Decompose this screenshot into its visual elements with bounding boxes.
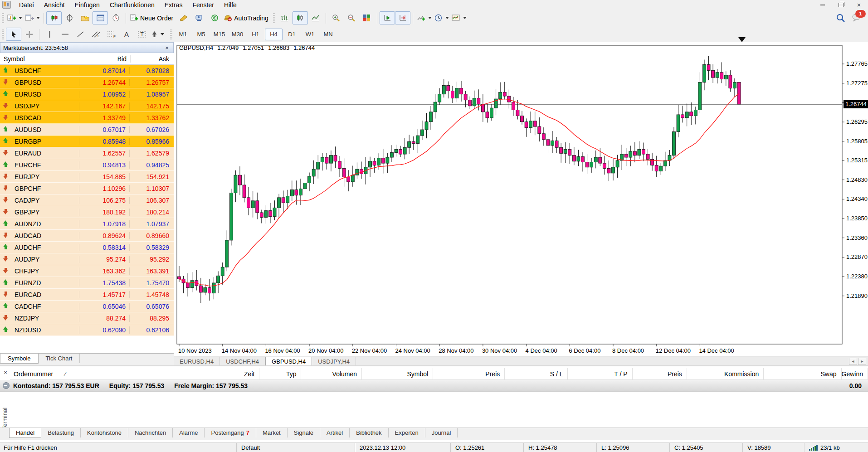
terminal-tab-handel[interactable]: Handel: [9, 428, 41, 438]
strategy-tester-toggle[interactable]: [108, 11, 123, 24]
terminal-toggle[interactable]: [93, 11, 108, 24]
terminal-column-ordernummer[interactable]: Ordernummer∕: [10, 368, 202, 379]
toolbar-grip[interactable]: [2, 13, 4, 23]
indicators-button[interactable]: [415, 11, 433, 24]
templates-button[interactable]: [450, 11, 468, 24]
timeframe-h4[interactable]: H4: [265, 29, 283, 40]
market-watch-row[interactable]: EURCAD1.457171.45748: [0, 289, 174, 301]
terminal-close-icon[interactable]: ×: [2, 369, 9, 376]
new-chart-button[interactable]: [6, 11, 24, 24]
market-watch-tab-symbole[interactable]: Symbole: [0, 354, 39, 364]
menu-datei[interactable]: Datei: [14, 0, 39, 10]
terminal-column-gewinn[interactable]: Gewinn: [842, 368, 868, 379]
market-watch-row[interactable]: EURAUD1.625571.62579: [0, 147, 174, 159]
market-watch-row[interactable]: CADCHF0.650460.65076: [0, 301, 174, 312]
market-watch-row[interactable]: USDJPY142.167142.175: [0, 100, 174, 112]
market-watch-row[interactable]: EURUSD1.089521.08957: [0, 88, 174, 100]
menu-chartfunktionen[interactable]: Chartfunktionen: [105, 0, 160, 10]
timeframe-m5[interactable]: M5: [192, 29, 210, 40]
column-symbol[interactable]: Symbol: [0, 55, 80, 63]
zoom-out-button[interactable]: [344, 11, 359, 24]
timeframe-h1[interactable]: H1: [247, 29, 264, 40]
trendline-tool-button[interactable]: [73, 28, 88, 41]
text-label-tool-button[interactable]: T: [134, 28, 150, 41]
timeframe-m1[interactable]: M1: [174, 29, 192, 40]
terminal-tab-experten[interactable]: Experten: [389, 428, 425, 437]
restore-button[interactable]: [832, 0, 850, 10]
timeframe-d1[interactable]: D1: [283, 29, 301, 40]
timeframe-m30[interactable]: M30: [229, 29, 246, 40]
chart-tab-eurusdh4[interactable]: EURUSD,H4: [174, 357, 220, 366]
horizontal-line-tool-button[interactable]: [57, 28, 73, 41]
market-watch-row[interactable]: AUDJPY95.27495.292: [0, 253, 174, 265]
terminal-tab-signale[interactable]: Signale: [288, 428, 320, 437]
market-watch-row[interactable]: EURJPY154.885154.921: [0, 171, 174, 183]
terminal-tab-posteingang[interactable]: Posteingang7: [205, 428, 256, 437]
toolbar-grip[interactable]: [170, 29, 172, 39]
line-chart-button[interactable]: [308, 11, 323, 24]
chart-object-arrow-down-icon[interactable]: [738, 37, 746, 42]
menu-ansicht[interactable]: Ansicht: [39, 0, 70, 10]
tile-windows-button[interactable]: [359, 11, 375, 24]
menu-fenster[interactable]: Fenster: [187, 0, 219, 10]
terminal-column-preis[interactable]: Preis: [633, 368, 687, 379]
market-watch-row[interactable]: CADJPY106.275106.307: [0, 194, 174, 206]
cursor-tool-button[interactable]: [6, 28, 21, 41]
terminal-column-tp[interactable]: T / P: [568, 368, 632, 379]
navigator-toggle[interactable]: [77, 11, 93, 24]
menu-hilfe[interactable]: Hilfe: [219, 0, 242, 10]
news-broadcast-button[interactable]: [207, 11, 222, 24]
terminal-tab-artikel[interactable]: Artikel: [320, 428, 350, 437]
column-ask[interactable]: Ask: [131, 55, 174, 63]
chart-window[interactable]: 1.277651.272751.267851.262951.258051.253…: [174, 42, 868, 356]
market-watch-row[interactable]: NZDUSD0.620900.62106: [0, 324, 174, 336]
terminal-tab-nachrichten[interactable]: Nachrichten: [128, 428, 173, 437]
arrows-tool-button[interactable]: [150, 28, 166, 41]
timeframe-w1[interactable]: W1: [301, 29, 319, 40]
terminal-tab-belastung[interactable]: Belastung: [41, 428, 81, 437]
chart-tab-usdchfh4[interactable]: USDCHF,H4: [220, 357, 265, 366]
market-watch-row[interactable]: GBPCHF1.102961.10307: [0, 183, 174, 194]
market-watch-row[interactable]: AUDCHF0.583140.58329: [0, 242, 174, 253]
toolbar-grip[interactable]: [273, 13, 275, 23]
fibonacci-tool-button[interactable]: F: [103, 28, 119, 41]
terminal-tab-alarme[interactable]: Alarme: [173, 428, 205, 437]
minimize-button[interactable]: [814, 0, 832, 10]
market-watch-row[interactable]: EURCHF0.948130.94825: [0, 159, 174, 171]
market-watch-row[interactable]: CHFJPY163.362163.391: [0, 265, 174, 277]
periods-button[interactable]: [433, 11, 450, 24]
vertical-line-tool-button[interactable]: [42, 28, 57, 41]
text-tool-button[interactable]: A: [119, 28, 134, 41]
market-watch-row[interactable]: NZDJPY88.27488.295: [0, 312, 174, 324]
terminal-tab-journal[interactable]: Journal: [425, 428, 458, 437]
terminal-tab-bibliothek[interactable]: Bibliothek: [350, 428, 388, 437]
notifications-button[interactable]: 1: [852, 13, 862, 23]
data-window-toggle[interactable]: [62, 11, 77, 24]
market-watch-row[interactable]: EURGBP0.859480.85966: [0, 136, 174, 147]
market-watch-row[interactable]: USDCHF0.870140.87028: [0, 65, 174, 77]
metaeditor-button[interactable]: [176, 11, 191, 24]
market-watch-row[interactable]: AUDNZD1.079181.07937: [0, 218, 174, 230]
profiles-button[interactable]: [24, 11, 41, 24]
timeframe-m15[interactable]: M15: [210, 29, 228, 40]
bar-chart-button[interactable]: [277, 11, 293, 24]
terminal-tab-kontohistorie[interactable]: Kontohistorie: [81, 428, 128, 437]
terminal-column-typ[interactable]: Typ: [259, 368, 301, 379]
terminal-column-volumen[interactable]: Volumen: [301, 368, 362, 379]
scroll-left-icon[interactable]: ◄: [849, 358, 857, 365]
menu-einfgen[interactable]: Einfügen: [70, 0, 105, 10]
toolbar-grip[interactable]: [2, 29, 4, 39]
terminal-column-sl[interactable]: S / L: [505, 368, 568, 379]
market-watch-toggle[interactable]: [46, 11, 62, 24]
market-watch-row[interactable]: AUDUSD0.670170.67026: [0, 124, 174, 136]
terminal-tab-market[interactable]: Market: [256, 428, 288, 437]
zoom-in-button[interactable]: [328, 11, 344, 24]
column-bid[interactable]: Bid: [80, 55, 131, 63]
chart-tab-gbpusdh4[interactable]: GBPUSD,H4: [265, 357, 312, 366]
market-watch-row[interactable]: AUDCAD0.896240.89660: [0, 230, 174, 242]
menu-extras[interactable]: Extras: [160, 0, 188, 10]
market-watch-row[interactable]: USDCAD1.337491.33762: [0, 112, 174, 124]
close-button[interactable]: ×: [850, 0, 868, 10]
new-order-button[interactable]: Neue Order: [128, 11, 176, 24]
auto-scroll-toggle[interactable]: [380, 11, 395, 24]
